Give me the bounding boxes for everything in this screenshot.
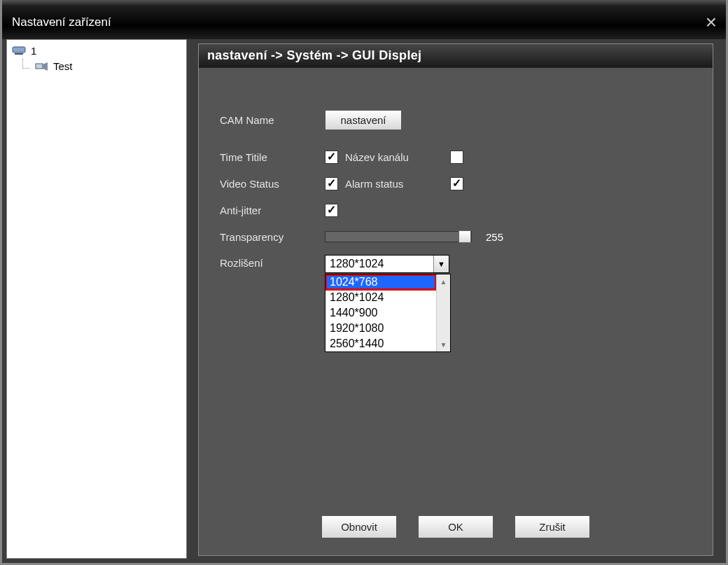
resolution-selected-value: 1280*1024	[330, 258, 384, 270]
resolution-label: Rozlišení	[220, 255, 325, 269]
cam-name-label: CAM Name	[220, 114, 325, 126]
chevron-down-icon[interactable]: ▼	[433, 256, 449, 272]
time-title-label: Time Titile	[220, 151, 325, 163]
scroll-up-icon[interactable]: ▲	[437, 274, 450, 288]
resolution-option[interactable]: 2560*1440	[326, 336, 436, 351]
transparency-slider[interactable]	[325, 231, 472, 242]
breadcrumb-text: nastavení -> Systém -> GUI Displej	[207, 48, 421, 63]
alarm-status-checkbox[interactable]	[450, 177, 463, 190]
channel-name-checkbox[interactable]	[450, 151, 463, 164]
window-title: Nastavení zařízení	[12, 15, 111, 29]
refresh-button[interactable]: Obnovit	[321, 515, 397, 538]
resolution-option[interactable]: 1440*900	[326, 305, 436, 321]
main-panel: nastavení -> Systém -> GUI Displej CAM N…	[198, 43, 713, 556]
tree-line-icon	[22, 59, 29, 69]
bottom-button-bar: Obnovit OK Zrušit	[199, 515, 713, 538]
camera-icon	[34, 60, 50, 72]
channel-name-label: Název kanálu	[338, 151, 450, 163]
svg-rect-1	[15, 53, 23, 55]
anti-jitter-checkbox[interactable]	[325, 204, 338, 217]
resolution-option[interactable]: 1920*1080	[326, 321, 436, 336]
settings-form: CAM Name nastavení Time Titile Název kan…	[199, 68, 713, 555]
dvr-icon	[11, 44, 28, 57]
resolution-dropdown-list: 1024*768 1280*1024 1440*900 1920*1080 25…	[325, 274, 451, 352]
video-status-checkbox[interactable]	[325, 177, 338, 190]
transparency-label: Transparency	[220, 231, 325, 243]
slider-thumb-icon[interactable]	[458, 230, 471, 243]
cancel-button[interactable]: Zrušit	[514, 515, 590, 538]
tree-root[interactable]: 1	[7, 43, 186, 58]
transparency-value: 255	[486, 231, 503, 243]
titlebar: Nastavení zařízení ×	[2, 6, 726, 39]
anti-jitter-label: Anti-jitter	[220, 204, 325, 216]
device-tree: 1 Test	[6, 39, 187, 559]
tree-child[interactable]: Test	[7, 58, 186, 74]
resolution-dropdown[interactable]: 1280*1024 ▼ 1024*768 1280*1024 1440*900 …	[325, 255, 449, 273]
cam-name-settings-button[interactable]: nastavení	[325, 110, 402, 130]
svg-marker-3	[43, 62, 48, 71]
dropdown-scrollbar[interactable]: ▲ ▼	[436, 274, 450, 351]
time-title-checkbox[interactable]	[325, 151, 338, 164]
resolution-option[interactable]: 1024*768	[326, 274, 436, 290]
scroll-down-icon[interactable]: ▼	[437, 337, 450, 351]
resolution-option[interactable]: 1280*1024	[326, 290, 436, 305]
tree-child-label: Test	[53, 60, 73, 72]
video-status-label: Video Status	[220, 178, 325, 190]
close-icon[interactable]: ×	[702, 13, 720, 32]
breadcrumb: nastavení -> Systém -> GUI Displej	[199, 44, 713, 68]
alarm-status-label: Alarm status	[338, 178, 450, 190]
ok-button[interactable]: OK	[418, 515, 493, 538]
svg-rect-0	[13, 47, 25, 53]
tree-root-label: 1	[31, 45, 36, 57]
svg-rect-2	[36, 64, 43, 69]
